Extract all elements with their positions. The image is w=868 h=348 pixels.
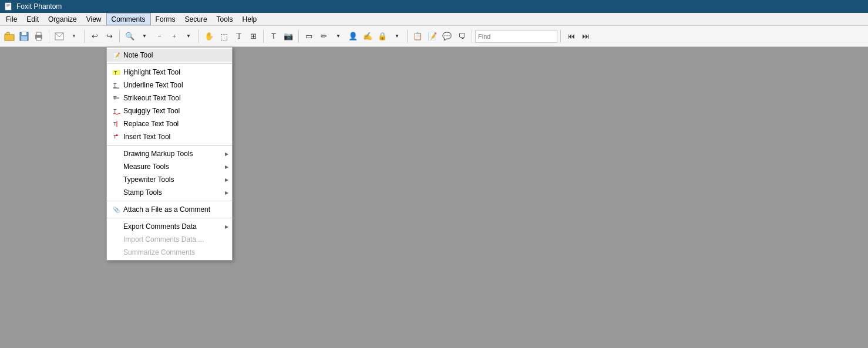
note-icon: 📝 bbox=[112, 50, 121, 60]
separator-a bbox=[107, 63, 232, 64]
menu-file[interactable]: File bbox=[1, 13, 22, 25]
submenu-arrow-typewriter: ▶ bbox=[225, 177, 228, 183]
zoom-dropdown-btn[interactable]: ▼ bbox=[137, 29, 152, 43]
menu-bar: File Edit Organize View Comments Forms S… bbox=[0, 13, 868, 26]
menu-secure[interactable]: Secure bbox=[180, 13, 212, 25]
sign-btn[interactable]: ✍ bbox=[361, 29, 375, 43]
email-dropdown-btn[interactable]: ▼ bbox=[67, 29, 81, 43]
menu-replace-text[interactable]: T Replace Text Tool bbox=[107, 117, 232, 130]
comment-btn[interactable]: 💬 bbox=[440, 29, 454, 43]
menu-typewriter-tools[interactable]: Typewriter Tools ▶ bbox=[107, 173, 232, 186]
submenu-arrow-export: ▶ bbox=[225, 224, 228, 229]
menu-underline-text[interactable]: T Underline Text Tool bbox=[107, 79, 232, 92]
markup-tools-group: ▭ ✏ ▼ 👤 ✍ 🔒 ▼ bbox=[302, 29, 404, 43]
comments-dropdown-menu: 📝 Note Tool T Highlight Text Tool T Unde… bbox=[106, 47, 233, 261]
zoom-add-btn[interactable]: ＋ bbox=[167, 29, 181, 43]
text-select-btn[interactable]: 𝕋 bbox=[231, 29, 245, 43]
text-tool-btn[interactable]: T bbox=[267, 29, 281, 43]
rect-tool-btn[interactable]: ▭ bbox=[302, 29, 316, 43]
camera-btn[interactable]: 📷 bbox=[281, 29, 295, 43]
svg-rect-2 bbox=[6, 5, 10, 6]
svg-text:T: T bbox=[113, 134, 117, 140]
form-btn2[interactable]: 📝 bbox=[425, 29, 439, 43]
menu-help[interactable]: Help bbox=[238, 13, 262, 25]
highlight-icon: T bbox=[112, 67, 121, 77]
underline-icon: T bbox=[112, 80, 121, 90]
menu-summarize-comments[interactable]: Summarize Comments bbox=[107, 246, 232, 259]
app-title: Foxit Phantom bbox=[16, 2, 62, 11]
zoom-in-btn[interactable]: 🔍 bbox=[123, 29, 137, 43]
attach-icon: 📎 bbox=[112, 205, 121, 214]
separator-4 bbox=[199, 30, 199, 43]
select-tool-btn[interactable]: ⬚ bbox=[217, 29, 231, 43]
menu-forms[interactable]: Forms bbox=[151, 13, 180, 25]
menu-measure-tools[interactable]: Measure Tools ▶ bbox=[107, 160, 232, 173]
separator-6 bbox=[298, 30, 299, 43]
separator-b bbox=[107, 145, 232, 146]
save-btn[interactable] bbox=[17, 29, 31, 43]
menu-tools[interactable]: Tools bbox=[212, 13, 238, 25]
separator-c bbox=[107, 201, 232, 201]
find-input[interactable] bbox=[475, 30, 557, 43]
prev-btn[interactable]: ⏮ bbox=[564, 29, 578, 43]
undo-btn[interactable]: ↩ bbox=[88, 29, 102, 43]
insert-icon: T bbox=[112, 132, 121, 141]
menu-highlight-text[interactable]: T Highlight Text Tool bbox=[107, 66, 232, 79]
separator-9 bbox=[560, 30, 561, 43]
svg-rect-4 bbox=[5, 35, 14, 40]
nav-btns-group: ⏮ ⏭ bbox=[564, 29, 593, 43]
menu-view[interactable]: View bbox=[82, 13, 106, 25]
submenu-arrow-drawing: ▶ bbox=[225, 151, 228, 157]
more-tools-group: T 📷 bbox=[267, 29, 295, 43]
hand-tool-btn[interactable]: ✋ bbox=[202, 29, 216, 43]
menu-attach-file[interactable]: 📎 Attach a File as a Comment bbox=[107, 203, 232, 216]
snap-btn[interactable]: ⊞ bbox=[246, 29, 260, 43]
nav-tools-group: ✋ ⬚ 𝕋 ⊞ bbox=[202, 29, 260, 43]
stamp-btn[interactable]: 👤 bbox=[346, 29, 360, 43]
edit-tool-btn[interactable]: ✏ bbox=[317, 29, 331, 43]
redo-btn[interactable]: ↪ bbox=[102, 29, 116, 43]
menu-organize[interactable]: Organize bbox=[43, 13, 82, 25]
email-group: ▼ bbox=[52, 29, 81, 43]
separator-8 bbox=[472, 30, 472, 43]
separator-7 bbox=[407, 30, 408, 43]
strikeout-icon: T bbox=[112, 93, 121, 103]
print-btn[interactable] bbox=[32, 29, 46, 43]
replace-icon: T bbox=[112, 119, 121, 129]
svg-text:T: T bbox=[113, 82, 117, 88]
menu-strikeout-text[interactable]: T Strikeout Text Tool bbox=[107, 92, 232, 104]
svg-rect-11 bbox=[36, 38, 41, 40]
zoom-add-dropdown-btn[interactable]: ▼ bbox=[181, 29, 196, 43]
menu-stamp-tools[interactable]: Stamp Tools ▶ bbox=[107, 186, 232, 199]
toolbar: ▼ ↩ ↪ 🔍 ▼ － ＋ ▼ ✋ ⬚ 𝕋 ⊞ T 📷 ▭ ✏ ▼ 👤 ✍ 🔒 … bbox=[0, 26, 868, 47]
file-ops-group bbox=[2, 29, 46, 43]
menu-export-comments[interactable]: Export Comments Data ▶ bbox=[107, 220, 232, 233]
form-edit-btn[interactable]: 📋 bbox=[411, 29, 425, 43]
zoom-out-btn[interactable]: － bbox=[152, 29, 166, 43]
svg-rect-10 bbox=[36, 32, 41, 35]
menu-comments[interactable]: Comments bbox=[106, 13, 151, 25]
next-btn[interactable]: ⏭ bbox=[578, 29, 593, 43]
menu-squiggly-text[interactable]: T Squiggly Text Tool bbox=[107, 104, 232, 117]
lock-dropdown-btn[interactable]: ▼ bbox=[390, 29, 404, 43]
open-folder-btn[interactable] bbox=[2, 29, 16, 43]
edit-dropdown-btn[interactable]: ▼ bbox=[331, 29, 345, 43]
title-bar: Foxit Phantom bbox=[0, 0, 868, 13]
submenu-arrow-stamp: ▶ bbox=[225, 190, 228, 195]
lock-btn[interactable]: 🔒 bbox=[375, 29, 389, 43]
menu-import-comments[interactable]: Import Comments Data ... bbox=[107, 233, 232, 246]
main-area: 📝 Note Tool T Highlight Text Tool T Unde… bbox=[0, 47, 868, 348]
undo-redo-group: ↩ ↪ bbox=[88, 29, 116, 43]
separator-1 bbox=[49, 30, 49, 43]
menu-drawing-markup[interactable]: Drawing Markup Tools ▶ bbox=[107, 147, 232, 160]
svg-text:T: T bbox=[114, 70, 117, 76]
separator-d bbox=[107, 218, 232, 218]
svg-rect-7 bbox=[22, 32, 26, 35]
svg-text:T: T bbox=[113, 121, 117, 127]
email-btn[interactable] bbox=[52, 29, 66, 43]
menu-insert-text[interactable]: T Insert Text Tool bbox=[107, 130, 232, 143]
speech-btn[interactable]: 🗨 bbox=[455, 29, 469, 43]
menu-edit[interactable]: Edit bbox=[22, 13, 43, 25]
svg-rect-1 bbox=[6, 4, 10, 5]
menu-note-tool[interactable]: 📝 Note Tool bbox=[107, 49, 232, 62]
